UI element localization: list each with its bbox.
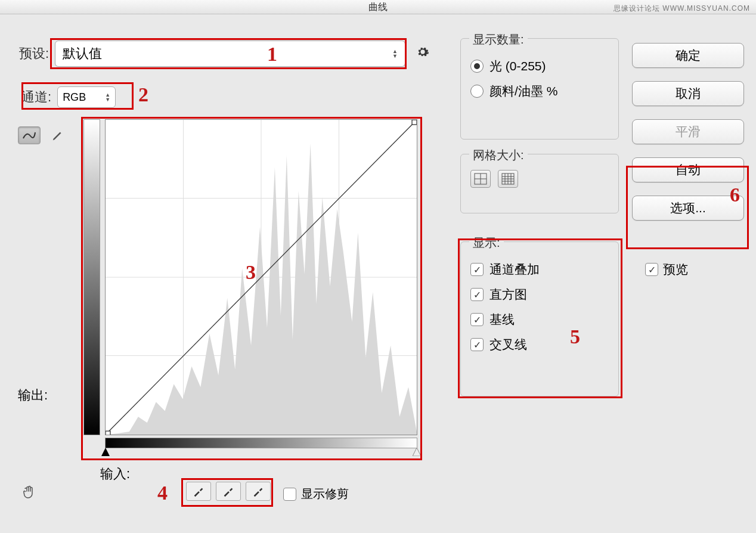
curve-point-tool[interactable] [18,126,41,144]
display-amount-group: 显示数量: 光 (0-255) 颜料/油墨 % [460,38,619,140]
check-baseline-row[interactable]: ✓ 基线 [470,311,609,328]
check-intersection[interactable]: ✓ [470,338,484,351]
preview-label: 预览 [663,261,688,278]
channel-select[interactable]: RGB ▲▼ [57,86,116,108]
check-intersection-row[interactable]: ✓ 交叉线 [470,336,609,353]
output-gradient [83,119,100,435]
radio-light-row[interactable]: 光 (0-255) [470,58,609,75]
channel-row: 通道: RGB ▲▼ [21,86,116,108]
grid-large-button[interactable] [470,170,491,188]
eyedropper-white[interactable] [246,482,271,501]
check-histogram-label: 直方图 [489,286,527,303]
preset-label: 预设: [12,45,49,63]
svg-marker-10 [413,448,421,456]
curve-pencil-tool[interactable] [47,126,69,144]
preset-select[interactable]: 默认值 ▲▼ [55,41,405,67]
check-intersection-label: 交叉线 [489,336,527,353]
white-point-slider[interactable] [413,448,421,456]
radio-pigment-label: 颜料/油墨 % [489,83,557,100]
radio-pigment[interactable] [470,85,484,98]
annotation-number-4: 4 [157,482,168,504]
curve-graph[interactable] [105,119,417,435]
preview-checkbox[interactable]: ✓ [645,263,658,276]
grid-size-title: 网格大小: [469,147,528,163]
annotation-number-6: 6 [730,184,740,206]
annotation-number-3: 3 [246,261,256,284]
display-amount-title: 显示数量: [469,32,528,48]
auto-button[interactable]: 自动 [632,157,744,182]
annotation-number-1: 1 [267,43,277,66]
preview-row: ✓ 预览 [645,261,688,278]
eyedropper-gray[interactable] [216,482,241,501]
annotation-number-2: 2 [138,83,148,106]
curve-area [83,119,417,453]
show-clip-label: 显示修剪 [301,486,349,502]
options-button[interactable]: 选项... [632,196,744,221]
input-gradient [105,438,417,448]
show-clip-checkbox[interactable] [283,488,296,501]
radio-pigment-row[interactable]: 颜料/油墨 % [470,83,609,100]
watermark-text: 思缘设计论坛 WWW.MISSYUAN.COM [614,4,750,14]
radio-light-label: 光 (0-255) [489,58,546,75]
black-point-slider[interactable] [101,448,110,456]
input-label: 输入: [100,465,130,483]
check-overlay[interactable]: ✓ [470,263,484,276]
channel-label: 通道: [21,88,51,106]
smooth-button[interactable]: 平滑 [632,119,744,144]
display-options-title: 显示: [469,235,504,251]
eyedropper-black[interactable] [186,482,211,501]
check-baseline-label: 基线 [489,311,515,328]
dialog-buttons: 确定 取消 平滑 自动 选项... [632,43,744,221]
eyedropper-group [186,482,271,501]
check-histogram-row[interactable]: ✓ 直方图 [470,286,609,303]
cancel-button[interactable]: 取消 [632,81,744,106]
svg-marker-9 [101,448,110,456]
channel-value: RGB [63,91,86,104]
svg-rect-8 [412,120,417,125]
curve-tools [18,126,69,144]
check-baseline[interactable]: ✓ [470,313,484,326]
gear-icon[interactable] [416,45,429,62]
grid-small-button[interactable] [498,170,518,188]
display-options-group: 显示: ✓ 通道叠加 ✓ 直方图 ✓ 基线 ✓ 交叉线 [460,241,619,396]
check-histogram[interactable]: ✓ [470,288,484,301]
ok-button[interactable]: 确定 [632,43,744,68]
hand-icon[interactable] [21,483,39,504]
check-overlay-row[interactable]: ✓ 通道叠加 [470,261,609,278]
updown-icon: ▲▼ [105,92,110,102]
grid-size-group: 网格大小: [460,154,619,213]
annotation-number-5: 5 [570,326,580,348]
updown-icon: ▲▼ [392,49,398,58]
show-clip-row: 显示修剪 [283,486,349,502]
radio-light[interactable] [470,60,484,73]
output-label: 输出: [18,386,48,404]
svg-rect-7 [106,431,110,435]
check-overlay-label: 通道叠加 [489,261,540,278]
preset-row: 预设: 默认值 ▲▼ [12,41,429,67]
preset-value: 默认值 [63,45,102,63]
